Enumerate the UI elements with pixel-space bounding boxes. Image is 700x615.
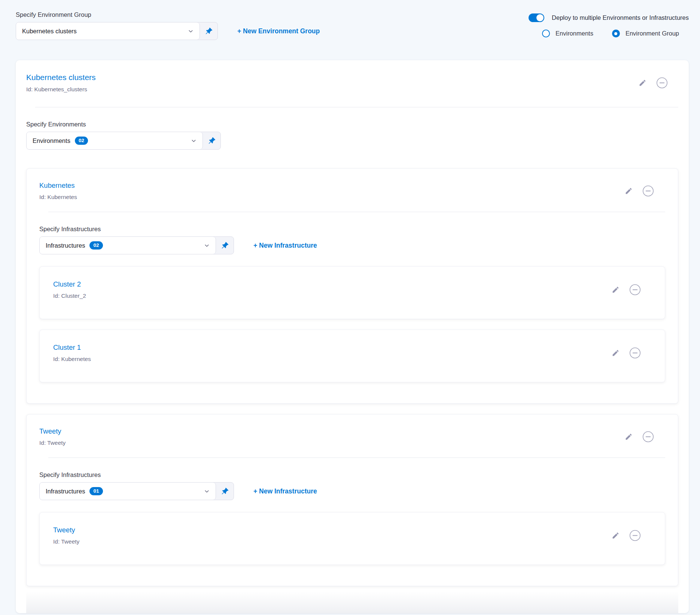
environments-count-badge: 02 (75, 137, 88, 145)
edit-pencil-icon (612, 349, 620, 357)
pin-infrastructures-button[interactable] (216, 483, 234, 500)
infrastructure-id: Id: Kubernetes (53, 356, 91, 362)
edit-infrastructure-button[interactable] (612, 532, 620, 539)
infrastructure-title[interactable]: Cluster 2 (53, 280, 86, 288)
pin-infrastructures-button[interactable] (216, 237, 234, 254)
infrastructure-card: Cluster 2 Id: Cluster_2 (39, 266, 665, 319)
remove-infrastructure-button[interactable] (629, 530, 641, 541)
environment-id: Id: Kubernetes (39, 194, 77, 201)
infrastructures-list: Cluster 2 Id: Cluster_2 Cluster 1 Id: Ku… (39, 266, 665, 382)
specify-infrastructures-label: Specify Infrastructures (39, 226, 665, 233)
remove-infrastructure-button[interactable] (629, 284, 641, 296)
environment-title[interactable]: Kubernetes (39, 181, 77, 190)
pin-environments-button[interactable] (203, 132, 220, 149)
chevron-down-icon (204, 489, 210, 494)
divider (48, 458, 665, 458)
chevron-down-icon (191, 138, 197, 144)
environments-list: Kubernetes Id: Kubernetes Specify Infras… (26, 168, 678, 586)
remove-minus-circle-icon (642, 431, 654, 443)
pin-environment-group-button[interactable] (200, 22, 217, 40)
environment-group-heading: Kubernetes clusters Id: Kubernetes_clust… (26, 73, 96, 93)
pushpin-icon (208, 137, 216, 144)
infrastructure-heading: Cluster 2 Id: Cluster_2 (53, 280, 86, 299)
new-infrastructure-link[interactable]: + New Infrastructure (253, 242, 317, 250)
environments-select[interactable]: Environments 02 (26, 132, 221, 150)
pushpin-icon (221, 242, 229, 249)
new-infrastructure-link[interactable]: + New Infrastructure (253, 487, 317, 495)
edit-pencil-icon (625, 433, 633, 441)
edit-environment-group-button[interactable] (639, 79, 646, 87)
divider (48, 212, 665, 212)
new-environment-group-link[interactable]: + New Environment Group (237, 27, 320, 35)
edit-pencil-icon (612, 532, 620, 539)
infrastructure-card: Cluster 1 Id: Kubernetes (39, 330, 665, 382)
environment-card: Tweety Id: Tweety Specify Infrastructure… (26, 414, 678, 586)
top-bar: Specify Environment Group Kubernetes clu… (0, 0, 700, 40)
edit-pencil-icon (612, 286, 620, 294)
infrastructures-select[interactable]: Infrastructures 01 (39, 482, 234, 500)
pushpin-icon (205, 27, 213, 35)
infrastructures-select[interactable]: Infrastructures 02 (39, 236, 234, 254)
environment-group-label: Specify Environment Group (16, 11, 320, 18)
infrastructure-title[interactable]: Cluster 1 (53, 343, 91, 352)
environment-group-select[interactable]: Kubernetes clusters (16, 22, 218, 40)
environment-group-title[interactable]: Kubernetes clusters (26, 73, 96, 82)
infrastructures-select-value: Infrastructures (46, 242, 85, 249)
remove-minus-circle-icon (629, 284, 641, 296)
radio-environment-group[interactable]: Environment Group (612, 30, 679, 37)
infrastructures-list: Tweety Id: Tweety (39, 512, 665, 565)
environment-group-id: Id: Kubernetes_clusters (26, 86, 96, 93)
remove-minus-circle-icon (629, 530, 641, 541)
infrastructure-heading: Tweety Id: Tweety (53, 526, 79, 545)
edit-pencil-icon (625, 187, 633, 195)
environment-heading: Kubernetes Id: Kubernetes (39, 181, 77, 201)
infrastructure-heading: Cluster 1 Id: Kubernetes (53, 343, 91, 362)
edit-environment-button[interactable] (625, 433, 633, 441)
deploy-multiple-toggle-label: Deploy to multiple Environments or Infra… (552, 14, 689, 21)
remove-minus-circle-icon (642, 185, 654, 197)
remove-minus-circle-icon (629, 347, 641, 359)
infrastructure-card: Tweety Id: Tweety (39, 512, 665, 565)
deploy-options-block: Deploy to multiple Environments or Infra… (529, 11, 689, 40)
infrastructures-count-badge: 01 (89, 487, 103, 495)
radio-environment-group-label: Environment Group (626, 30, 679, 37)
infrastructures-select-value: Infrastructures (46, 488, 85, 495)
radio-environments[interactable]: Environments (542, 30, 593, 37)
remove-environment-button[interactable] (642, 185, 654, 197)
environment-card: Kubernetes Id: Kubernetes Specify Infras… (26, 168, 678, 404)
environment-id: Id: Tweety (39, 440, 66, 446)
specify-infrastructures-label: Specify Infrastructures (39, 471, 665, 478)
edit-environment-button[interactable] (625, 187, 633, 195)
environment-group-selector-block: Specify Environment Group Kubernetes clu… (16, 11, 320, 40)
specify-environments-label: Specify Environments (26, 121, 678, 128)
remove-environment-group-button[interactable] (656, 77, 668, 89)
chevron-down-icon (204, 243, 210, 248)
remove-environment-button[interactable] (642, 431, 654, 443)
infrastructure-id: Id: Cluster_2 (53, 293, 86, 299)
radio-environments-label: Environments (556, 30, 593, 37)
infrastructures-count-badge: 02 (89, 241, 103, 250)
pushpin-icon (221, 487, 229, 495)
deploy-multiple-toggle[interactable] (529, 13, 544, 22)
environments-select-value: Environments (33, 137, 70, 144)
infrastructure-id: Id: Tweety (53, 538, 79, 545)
remove-infrastructure-button[interactable] (629, 347, 641, 359)
environment-title[interactable]: Tweety (39, 427, 66, 435)
remove-minus-circle-icon (656, 77, 668, 89)
edit-pencil-icon (639, 79, 646, 87)
environment-group-card: Kubernetes clusters Id: Kubernetes_clust… (16, 60, 689, 613)
edit-infrastructure-button[interactable] (612, 286, 620, 294)
environment-group-select-value: Kubernetes clusters (22, 28, 77, 35)
bottom-scroll-fade (26, 591, 678, 613)
edit-infrastructure-button[interactable] (612, 349, 620, 357)
radio-selected-circle-icon (612, 30, 620, 37)
infrastructure-title[interactable]: Tweety (53, 526, 79, 534)
radio-circle-icon (542, 30, 550, 37)
environment-heading: Tweety Id: Tweety (39, 427, 66, 446)
toggle-knob (536, 14, 544, 21)
divider (35, 107, 678, 107)
chevron-down-icon (188, 28, 194, 34)
